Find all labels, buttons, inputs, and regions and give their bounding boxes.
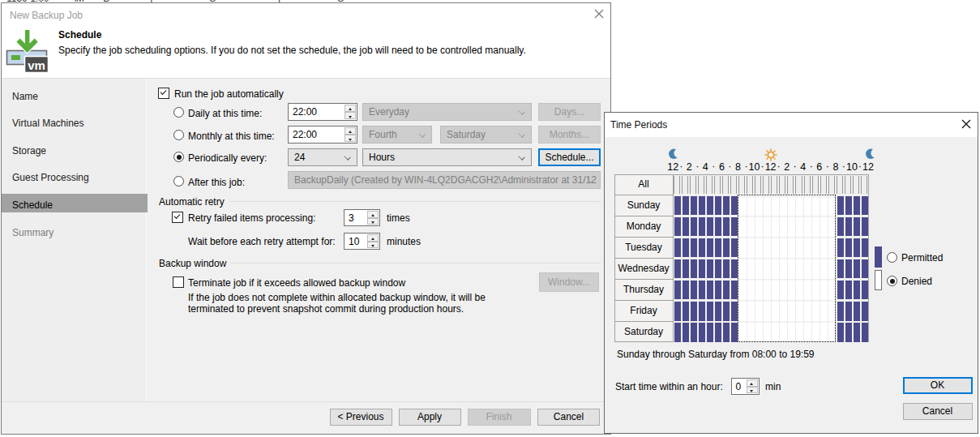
svg-text:vm: vm [28, 58, 45, 72]
